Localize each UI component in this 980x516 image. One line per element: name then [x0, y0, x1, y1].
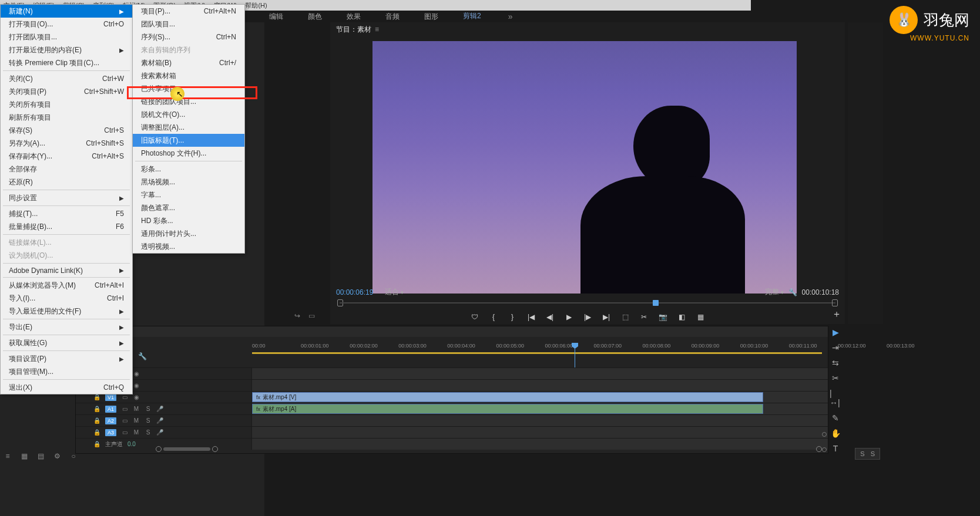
sync-lock-icon[interactable]: ▭ — [121, 406, 128, 412]
menu-item[interactable]: 从媒体浏览器导入(M)Ctrl+Alt+I — [1, 279, 132, 292]
menu-item[interactable]: 刷新所有项目 — [1, 111, 132, 124]
safe-margins-icon[interactable]: ▦ — [696, 312, 705, 322]
tabs-overflow[interactable]: » — [508, 12, 513, 21]
eye-icon[interactable]: ◉ — [133, 382, 140, 389]
menu-item[interactable]: 导入(I)...Ctrl+I — [1, 292, 132, 305]
tab-edit[interactable]: 编辑 — [266, 11, 287, 23]
track-label[interactable]: V1 — [105, 394, 116, 401]
play-icon[interactable]: ▶ — [564, 312, 573, 322]
menu-item[interactable]: 打开团队项目... — [1, 31, 132, 43]
submenu-item[interactable]: 调整图层(A)... — [133, 121, 244, 134]
submenu-item[interactable]: 项目(P)...Ctrl+Alt+N — [133, 5, 244, 18]
pen-tool-icon[interactable]: ✎ — [832, 413, 839, 423]
src-insert-icon[interactable]: ↪ — [293, 311, 302, 321]
submenu-item[interactable]: 脱机文件(O)... — [133, 108, 244, 121]
mute-icon[interactable]: M — [133, 406, 140, 412]
lift-icon[interactable]: ⬚ — [620, 312, 630, 322]
wrench-icon[interactable]: 🔧 — [788, 288, 797, 296]
hscroll-right-cap[interactable] — [212, 446, 218, 452]
timeline-hscroll[interactable] — [156, 446, 822, 452]
submenu-item[interactable]: 黑场视频... — [133, 176, 244, 188]
hscroll-thumb[interactable] — [163, 447, 210, 451]
menu-help[interactable]: 帮助(H) — [245, 1, 267, 10]
vscroll-handle-top[interactable] — [822, 432, 827, 437]
solo-icon[interactable]: S — [145, 429, 152, 436]
sync-lock-icon[interactable]: ▭ — [121, 429, 128, 436]
lock-icon[interactable]: 🔒 — [93, 406, 100, 412]
menu-item[interactable]: 另存为(A)...Ctrl+Shift+S — [1, 137, 132, 150]
quality-select[interactable]: 完整 — [765, 287, 784, 297]
panel-menu-icon[interactable]: ≡ — [375, 25, 379, 33]
icon-view-icon[interactable]: ▦ — [20, 452, 28, 460]
export-frame-icon[interactable]: 📷 — [658, 312, 667, 322]
lock-icon[interactable]: 🔒 — [93, 417, 100, 424]
submenu-item[interactable]: 旧版标题(T)... — [133, 134, 244, 147]
step-fwd-icon[interactable]: |▶ — [583, 312, 592, 322]
menu-item[interactable]: 关闭项目(P)Ctrl+Shift+W — [1, 85, 132, 98]
track-label[interactable]: A3 — [105, 429, 116, 436]
goto-in-icon[interactable]: |◀ — [526, 312, 536, 322]
tab-graphics[interactable]: 图形 — [421, 11, 442, 23]
hscroll-left-cap[interactable] — [156, 446, 162, 452]
submenu-item[interactable]: 彩条... — [133, 163, 244, 176]
mic-icon[interactable]: 🎤 — [156, 417, 163, 424]
playhead-handle[interactable] — [653, 300, 659, 306]
submenu-item[interactable]: HD 彩条... — [133, 214, 244, 227]
audio-clip[interactable]: fx 素材.mp4 [A] — [252, 404, 763, 414]
menu-item[interactable]: 项目设置(P)▶ — [1, 352, 132, 365]
menu-item[interactable]: Adobe Dynamic Link(K)▶ — [1, 265, 132, 276]
slip-tool-icon[interactable]: |↔| — [830, 389, 841, 407]
vscroll-handle-bottom[interactable] — [822, 447, 827, 452]
solo-icon[interactable]: S — [145, 406, 152, 412]
submenu-item[interactable]: 团队项目... — [133, 18, 244, 31]
menu-item[interactable]: 保存(S)Ctrl+S — [1, 124, 132, 137]
ripple-tool-icon[interactable]: ⇆ — [832, 358, 839, 367]
track-select-tool-icon[interactable]: ⇥ — [832, 343, 839, 352]
menu-item[interactable]: 导出(E)▶ — [1, 321, 132, 333]
tab-editing2[interactable]: 剪辑2 — [459, 10, 485, 23]
tab-color[interactable]: 颜色 — [304, 11, 325, 23]
hand-tool-icon[interactable]: ✋ — [831, 429, 841, 438]
zoom-fit-select[interactable]: 适合 — [385, 287, 404, 297]
menu-item[interactable]: 新建(N)▶ — [1, 5, 132, 18]
comparison-view-icon[interactable]: ◧ — [677, 312, 686, 322]
mute-icon[interactable]: M — [133, 429, 140, 436]
mic-icon[interactable]: 🎤 — [156, 429, 163, 436]
menu-item[interactable]: 导入最近使用的文件(F)▶ — [1, 305, 132, 318]
sync-lock-icon[interactable]: ▭ — [121, 417, 128, 424]
sync-lock-icon[interactable]: ▭ — [121, 394, 128, 400]
submenu-item[interactable]: 搜索素材箱 — [133, 69, 244, 82]
track-label[interactable]: A2 — [105, 417, 116, 424]
program-video-frame[interactable] — [372, 41, 797, 294]
sort-icon[interactable]: ⚙ — [53, 452, 61, 460]
menu-item[interactable]: 批量捕捉(B)...F6 — [1, 220, 132, 233]
slider-icon[interactable]: ○ — [69, 452, 78, 460]
razor-tool-icon[interactable]: ✂ — [832, 373, 839, 383]
lock-icon[interactable]: 🔒 — [93, 429, 100, 436]
submenu-item[interactable]: Photoshop 文件(H)... — [133, 147, 244, 160]
master-value[interactable]: 0.0 — [127, 441, 136, 447]
lock-icon[interactable]: 🔒 — [93, 441, 100, 447]
menu-item[interactable]: 退出(X)Ctrl+Q — [1, 381, 132, 394]
menu-item[interactable]: 关闭所有项目 — [1, 98, 132, 111]
submenu-item[interactable]: 链接的团队项目... — [133, 95, 244, 108]
menu-item[interactable]: 转换 Premiere Clip 项目(C)... — [1, 56, 132, 69]
eye-icon[interactable]: ◉ — [133, 370, 140, 377]
mark-in-icon[interactable]: { — [489, 312, 498, 322]
solo-icon[interactable]: S — [145, 417, 152, 424]
tab-audio[interactable]: 音频 — [382, 11, 403, 23]
submenu-item[interactable]: 已共享项目 — [133, 82, 244, 95]
submenu-item[interactable]: 素材箱(B)Ctrl+/ — [133, 56, 244, 69]
submenu-item[interactable]: 序列(S)...Ctrl+N — [133, 31, 244, 43]
freeform-view-icon[interactable]: ▤ — [36, 452, 45, 460]
menu-item[interactable]: 保存副本(Y)...Ctrl+Alt+S — [1, 150, 132, 163]
tab-effects[interactable]: 效果 — [343, 11, 364, 23]
menu-item[interactable]: 打开最近使用的内容(E)▶ — [1, 43, 132, 56]
mic-icon[interactable]: 🎤 — [156, 406, 163, 412]
button-editor-icon[interactable]: ＋ — [832, 308, 841, 321]
lock-icon[interactable]: 🔒 — [93, 394, 100, 400]
list-view-icon[interactable]: ≡ — [4, 452, 12, 460]
program-scrubber[interactable] — [336, 299, 839, 306]
menu-item[interactable]: 捕捉(T)...F5 — [1, 207, 132, 220]
submenu-item[interactable]: 字幕... — [133, 188, 244, 201]
